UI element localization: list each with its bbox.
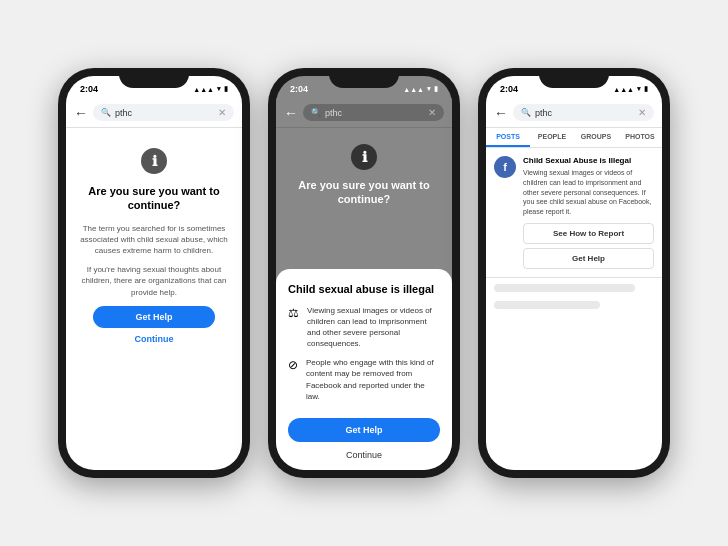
phone1-search-bar: ← 🔍 pthc ✕ bbox=[66, 98, 242, 128]
phone3-search-icon: 🔍 bbox=[521, 108, 531, 117]
phone1-search-input[interactable]: 🔍 pthc ✕ bbox=[93, 104, 234, 121]
phone2-info-icon: ℹ bbox=[351, 144, 377, 170]
phone3-clear-btn[interactable]: ✕ bbox=[638, 107, 646, 118]
tab-posts[interactable]: POSTS bbox=[486, 128, 530, 147]
phone1: 2:04 ▲▲▲ ▾ ▮ ← 🔍 pthc ✕ ℹ bbox=[58, 68, 250, 478]
tab-groups[interactable]: GROUPS bbox=[574, 128, 618, 147]
phone2-warning-title: Are you sure you want to continue? bbox=[288, 178, 440, 207]
phone2-modal-text2: People who engage with this kind of cont… bbox=[306, 357, 440, 402]
phone1-continue-link[interactable]: Continue bbox=[135, 334, 174, 344]
tab-people[interactable]: PEOPLE bbox=[530, 128, 574, 147]
phone1-get-help-button[interactable]: Get Help bbox=[93, 306, 215, 328]
result-placeholder-1 bbox=[494, 284, 635, 292]
phone1-warning-title: Are you sure you want to continue? bbox=[78, 184, 230, 213]
wifi-icon: ▾ bbox=[217, 85, 221, 93]
signal-icon: ▲▲▲ bbox=[193, 86, 214, 93]
phone3-banner-text: Viewing sexual images or videos of child… bbox=[523, 168, 654, 217]
p2-battery-icon: ▮ bbox=[434, 85, 438, 93]
phone2-search-icon: 🔍 bbox=[311, 108, 321, 117]
phone3-screen: 2:04 ▲▲▲ ▾ ▮ ← 🔍 pthc ✕ POSTS PEOPLE bbox=[486, 76, 662, 470]
battery-icon: ▮ bbox=[224, 85, 228, 93]
phone1-search-icon: 🔍 bbox=[101, 108, 111, 117]
phone2-screen: 2:04 ▲▲▲ ▾ ▮ ← 🔍 pthc ✕ ℹ bbox=[276, 76, 452, 470]
phone1-clear-btn[interactable]: ✕ bbox=[218, 107, 226, 118]
p3-signal-icon: ▲▲▲ bbox=[613, 86, 634, 93]
phone1-warning-screen: ℹ Are you sure you want to continue? The… bbox=[66, 128, 242, 354]
phone3-notch bbox=[539, 68, 609, 88]
phone1-back-arrow[interactable]: ← bbox=[74, 105, 88, 121]
phone2-notch bbox=[329, 68, 399, 88]
phone2-get-help-button[interactable]: Get Help bbox=[288, 418, 440, 442]
phone2: 2:04 ▲▲▲ ▾ ▮ ← 🔍 pthc ✕ ℹ bbox=[268, 68, 460, 478]
phone2-search-input[interactable]: 🔍 pthc ✕ bbox=[303, 104, 444, 121]
phone2-time: 2:04 bbox=[290, 84, 308, 94]
result-placeholder-2 bbox=[494, 301, 600, 309]
phone2-modal-title: Child sexual abuse is illegal bbox=[288, 283, 440, 295]
phone3-abuse-banner: f Child Sexual Abuse is Illegal Viewing … bbox=[486, 148, 662, 278]
phone3-status-icons: ▲▲▲ ▾ ▮ bbox=[613, 85, 648, 93]
phone2-search-bar: ← 🔍 pthc ✕ bbox=[276, 98, 452, 128]
p3-battery-icon: ▮ bbox=[644, 85, 648, 93]
phone2-modal-text1: Viewing sexual images or videos of child… bbox=[307, 305, 440, 350]
scene: 2:04 ▲▲▲ ▾ ▮ ← 🔍 pthc ✕ ℹ bbox=[0, 0, 728, 546]
phone1-status-icons: ▲▲▲ ▾ ▮ bbox=[193, 85, 228, 93]
phone1-warning-text2: If you're having sexual thoughts about c… bbox=[78, 264, 230, 298]
tab-photos[interactable]: PHOTOS bbox=[618, 128, 662, 147]
phone1-search-text: pthc bbox=[115, 108, 132, 118]
phone2-modal-item2: ⊘ People who engage with this kind of co… bbox=[288, 357, 440, 402]
phone1-screen: 2:04 ▲▲▲ ▾ ▮ ← 🔍 pthc ✕ ℹ bbox=[66, 76, 242, 470]
phone2-continue-link[interactable]: Continue bbox=[288, 450, 440, 460]
phone3-back-arrow[interactable]: ← bbox=[494, 105, 508, 121]
phone3-time: 2:04 bbox=[500, 84, 518, 94]
phone3-banner-title: Child Sexual Abuse is Illegal bbox=[523, 156, 654, 165]
phone1-warning-text1: The term you searched for is sometimes a… bbox=[78, 223, 230, 257]
p3-wifi-icon: ▾ bbox=[637, 85, 641, 93]
phone2-search-text: pthc bbox=[325, 108, 342, 118]
phone3-tab-bar: POSTS PEOPLE GROUPS PHOTOS bbox=[486, 128, 662, 148]
phone2-back-arrow[interactable]: ← bbox=[284, 105, 298, 121]
phone1-notch bbox=[119, 68, 189, 88]
phone2-clear-btn[interactable]: ✕ bbox=[428, 107, 436, 118]
phone2-status-icons: ▲▲▲ ▾ ▮ bbox=[403, 85, 438, 93]
phone3-search-bar: ← 🔍 pthc ✕ bbox=[486, 98, 662, 128]
phone3-see-how-button[interactable]: See How to Report bbox=[523, 223, 654, 244]
phone2-bg-warning: ℹ Are you sure you want to continue? bbox=[276, 128, 452, 213]
phone3: 2:04 ▲▲▲ ▾ ▮ ← 🔍 pthc ✕ POSTS PEOPLE bbox=[478, 68, 670, 478]
phone3-search-input[interactable]: 🔍 pthc ✕ bbox=[513, 104, 654, 121]
phone3-facebook-icon: f bbox=[494, 156, 516, 178]
phone3-get-help-button[interactable]: Get Help bbox=[523, 248, 654, 269]
p2-wifi-icon: ▾ bbox=[427, 85, 431, 93]
phone1-info-icon: ℹ bbox=[141, 148, 167, 174]
phone2-modal: Child sexual abuse is illegal ⚖ Viewing … bbox=[276, 269, 452, 471]
phone2-ban-icon: ⊘ bbox=[288, 358, 298, 372]
phone1-time: 2:04 bbox=[80, 84, 98, 94]
p2-signal-icon: ▲▲▲ bbox=[403, 86, 424, 93]
phone2-legal-icon: ⚖ bbox=[288, 306, 299, 320]
phone2-modal-item1: ⚖ Viewing sexual images or videos of chi… bbox=[288, 305, 440, 350]
phone3-search-text: pthc bbox=[535, 108, 552, 118]
phone3-banner-content: Child Sexual Abuse is Illegal Viewing se… bbox=[523, 156, 654, 269]
